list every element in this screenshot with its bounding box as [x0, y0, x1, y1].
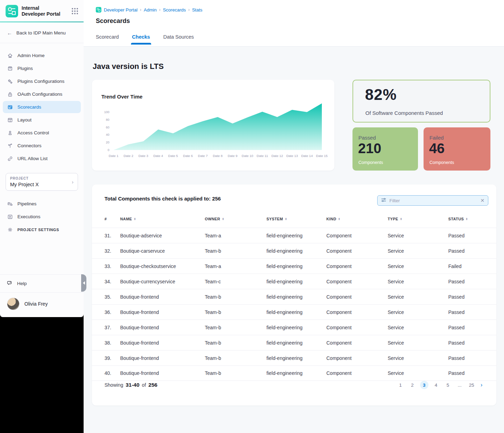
page-1[interactable]: 1 [396, 381, 405, 389]
help-button[interactable]: Help [0, 274, 84, 292]
column-header-num[interactable]: # [104, 217, 120, 221]
table-row[interactable]: 35.Boutique-frontendTeam-bfield-engineer… [92, 289, 496, 304]
column-header-status[interactable]: STATUS▲▼ [448, 217, 496, 221]
tab-data-sources[interactable]: Data Sources [163, 34, 194, 45]
breadcrumb-link[interactable]: Admin [144, 7, 157, 13]
sidebar-bottom: Help Olivia Frey [0, 274, 84, 317]
table-row[interactable]: 31.Boutique-adserviceTeam-afield-enginee… [92, 228, 496, 243]
project-name: My Project X [10, 182, 73, 187]
cell-owner: Team-b [205, 355, 266, 361]
sidebar-item-url-allow-list[interactable]: URL Allow List [3, 152, 81, 165]
page-5[interactable]: 5 [444, 381, 452, 389]
sidebar-item-access-control[interactable]: Access Control [3, 127, 81, 139]
sidebar-item-executions[interactable]: Executions [3, 211, 81, 223]
cell-system: field-engineering [266, 355, 326, 361]
failed-card: Failed 46 Components [424, 127, 490, 171]
column-header-name[interactable]: NAME▲▼ [120, 217, 205, 221]
sort-icon[interactable]: ▲▼ [338, 218, 341, 220]
cell-num: 38. [104, 340, 120, 346]
column-header-owner[interactable]: OWNER▲▼ [205, 217, 266, 221]
page-3[interactable]: 3 [420, 381, 428, 389]
sort-icon[interactable]: ▲▼ [285, 218, 287, 220]
sort-icon[interactable]: ▲▼ [222, 218, 224, 220]
y-tick-label: 20 [106, 141, 109, 144]
help-chat-icon [7, 280, 13, 287]
close-icon[interactable]: ✕ [480, 198, 484, 203]
cell-num: 40. [104, 370, 120, 376]
sidebar-item-plugins-configurations[interactable]: Plugins Configurations [3, 75, 81, 87]
column-header-kind[interactable]: KIND▲▼ [326, 217, 388, 221]
tab-bar: ScorecardChecksData Sources [96, 34, 194, 45]
breadcrumb-link[interactable]: Developer Portal [104, 7, 138, 13]
cell-name: Boutique-frontend [120, 370, 205, 376]
tab-checks[interactable]: Checks [132, 34, 150, 45]
page-list: 12345...25› [396, 381, 482, 389]
sidebar-item-admin-home[interactable]: Admin Home [3, 49, 81, 62]
column-header-system[interactable]: SYSTEM▲▼ [266, 217, 326, 221]
column-header-type[interactable]: TYPE▲▼ [388, 217, 448, 221]
x-tick-label: Date 9 [228, 154, 238, 158]
sidebar-collapse-handle[interactable] [81, 274, 86, 292]
sidebar-item-oauth-configurations[interactable]: OAuth Configurations [3, 88, 81, 100]
pagination-bar: Showing 31-40 of 256 12345...25› [92, 381, 496, 389]
cell-system: field-engineering [266, 263, 326, 269]
cell-system: field-engineering [266, 233, 326, 238]
cell-num: 34. [104, 279, 120, 284]
page-25[interactable]: 25 [467, 381, 476, 389]
layout-icon [7, 117, 13, 123]
table-row[interactable]: 33.Boutique-checkoutserviceTeam-afield-e… [92, 258, 496, 274]
sort-icon[interactable]: ▲▼ [400, 218, 402, 220]
sidebar-item-connectors[interactable]: Connectors [3, 140, 81, 152]
y-tick-label: 40 [106, 133, 109, 136]
breadcrumb-link[interactable]: Stats [192, 7, 202, 13]
table-row[interactable]: 39.Boutique-frontendTeam-bfield-engineer… [92, 350, 496, 365]
sidebar-item-plugins[interactable]: Plugins [3, 62, 81, 74]
next-page-chevron-icon[interactable]: › [481, 382, 482, 388]
filter-input[interactable] [389, 198, 477, 203]
sort-icon[interactable]: ▲▼ [466, 218, 468, 220]
sidebar-item-label: Pipelines [17, 201, 37, 206]
x-tick-label: Date 10 [242, 154, 253, 158]
app-logo-row: InternalDeveloper Portal [0, 0, 84, 22]
failed-caption: Components [429, 160, 454, 165]
filter-box[interactable]: ✕ [377, 195, 488, 206]
table-row[interactable]: 34.Boutique-currencyserviceTeam-cfield-e… [92, 274, 496, 289]
sidebar-item-layout[interactable]: Layout [3, 114, 81, 126]
developer-portal-icon [96, 7, 101, 13]
cell-num: 33. [104, 263, 120, 269]
passed-caption: Components [358, 160, 383, 165]
sidebar: InternalDeveloper Portal ← Back to IDP M… [0, 0, 84, 317]
table-row[interactable]: 38.Boutique-frontendTeam-bfield-engineer… [92, 335, 496, 350]
sidebar-item-pipelines[interactable]: Pipelines [3, 198, 81, 210]
chevron-right-icon: › [72, 179, 73, 185]
sidebar-item-scorecards[interactable]: Scorecards [3, 101, 81, 113]
cell-num: 36. [104, 309, 120, 315]
x-tick-label: Date 8 [213, 154, 223, 158]
showing-range: 31-40 [126, 382, 140, 388]
project-selector[interactable]: PROJECT My Project X › [6, 173, 78, 191]
user-menu[interactable]: Olivia Frey [0, 292, 84, 317]
cell-type: Service [388, 370, 448, 376]
page-4[interactable]: 4 [432, 381, 440, 389]
app-switcher-grid-icon[interactable] [72, 8, 78, 14]
back-to-main-menu[interactable]: ← Back to IDP Main Menu [0, 22, 84, 43]
sidebar-item-project-settings[interactable]: PROJECT SETTINGS [3, 223, 81, 236]
cell-status: Passed [448, 355, 496, 361]
tab-scorecard[interactable]: Scorecard [96, 34, 119, 45]
cell-kind: Component [326, 294, 388, 300]
breadcrumb-link[interactable]: Scorecards [163, 7, 186, 13]
table-row[interactable]: 37.Boutique-frontendTeam-bfield-engineer… [92, 320, 496, 335]
cell-name: Boutique-adservice [120, 233, 205, 238]
cell-owner: Team-b [205, 294, 266, 300]
table-row[interactable]: 36.Boutique-frontendTeam-bfield-engineer… [92, 304, 496, 320]
cell-type: Service [388, 279, 448, 284]
page-2[interactable]: 2 [408, 381, 417, 389]
table-row[interactable]: 32.Boutique-carservuceTeam-bfield-engine… [92, 243, 496, 258]
url-allow-list-icon [7, 156, 13, 162]
sort-icon[interactable]: ▲▼ [134, 218, 136, 220]
logo-wire [12, 8, 15, 9]
table-row[interactable]: 40.Boutique-frontendTeam-bfield-engineer… [92, 365, 496, 381]
cell-name: Boutique-frontend [120, 294, 205, 300]
cell-owner: Team-b [205, 248, 266, 254]
showing-summary: Showing 31-40 of 256 [104, 382, 157, 388]
